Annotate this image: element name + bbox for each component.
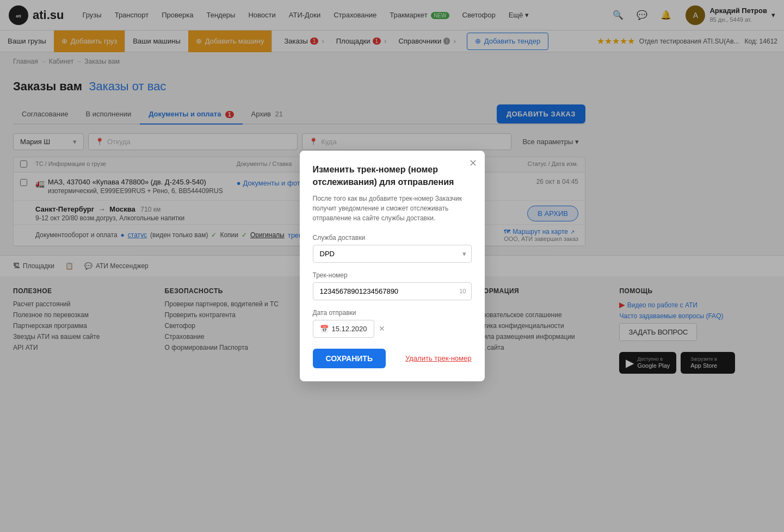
modal-description: После того как вы добавите трек-номер За… (313, 194, 472, 223)
date-field: Дата отправки 📅 15.12.2020 ✕ (313, 309, 472, 338)
track-number-field: Трек-номер 10 (313, 271, 472, 300)
delivery-service-select-wrap: DPD (313, 245, 472, 263)
track-number-modal: ✕ Изменить трек-номер (номер отслеживани… (300, 151, 485, 381)
delete-track-button[interactable]: Удалить трек-номер (405, 354, 471, 362)
modal-title: Изменить трек-номер (номер отслеживания)… (313, 164, 472, 188)
modal-overlay[interactable]: ✕ Изменить трек-номер (номер отслеживани… (0, 0, 784, 385)
date-input[interactable]: 📅 15.12.2020 (313, 320, 374, 338)
date-value: 15.12.2020 (332, 325, 367, 333)
modal-actions: СОХРАНИТЬ Удалить трек-номер (313, 349, 472, 368)
delivery-service-label: Служба доставки (313, 234, 472, 242)
save-button[interactable]: СОХРАНИТЬ (313, 349, 386, 368)
date-label: Дата отправки (313, 309, 472, 317)
track-number-count: 10 (459, 288, 466, 294)
track-number-label: Трек-номер (313, 271, 472, 279)
track-number-input[interactable] (313, 282, 472, 300)
date-input-wrap: 📅 15.12.2020 ✕ (313, 320, 472, 338)
delivery-service-select[interactable]: DPD (313, 245, 472, 263)
calendar-icon: 📅 (320, 325, 329, 333)
modal-close-button[interactable]: ✕ (469, 157, 477, 169)
date-clear-button[interactable]: ✕ (379, 324, 385, 333)
track-number-input-wrap: 10 (313, 282, 472, 300)
delivery-service-field: Служба доставки DPD (313, 234, 472, 263)
